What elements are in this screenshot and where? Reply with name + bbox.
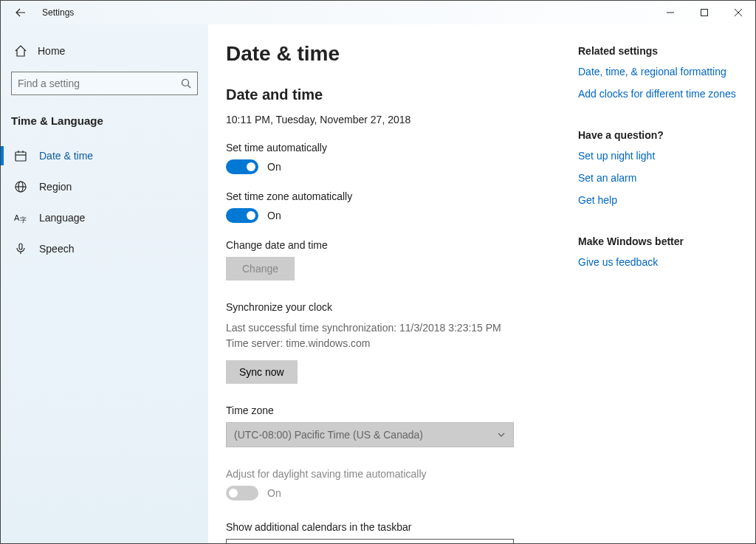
nav-label: Date & time [39,150,93,162]
page-title: Date & time [226,42,563,66]
link-get-help[interactable]: Get help [578,194,740,206]
window-controls [653,1,755,24]
question-heading: Have a question? [578,129,740,141]
main-content: Date & time Date and time 10:11 PM, Tues… [208,24,755,543]
link-feedback[interactable]: Give us feedback [578,256,740,268]
toggle-status: On [267,161,281,173]
label-set-time-auto: Set time automatically [226,142,563,154]
toggle-row-set-time-auto: On [226,159,563,174]
link-regional-formatting[interactable]: Date, time, & regional formatting [578,66,740,78]
toggle-row-set-tz-auto: On [226,208,563,223]
label-dst: Adjust for daylight saving time automati… [226,468,563,480]
home-nav[interactable]: Home [1,36,208,66]
current-datetime: 10:11 PM, Tuesday, November 27, 2018 [226,114,563,125]
label-sync: Synchronize your clock [226,301,563,313]
sidebar-item-language[interactable]: A字 Language [1,202,208,233]
minimize-button[interactable] [653,1,687,24]
label-set-tz-auto: Set time zone automatically [226,190,563,202]
change-dt-block: Change date and time Change [226,239,563,280]
tz-block: Time zone (UTC-08:00) Pacific Time (US &… [226,404,563,447]
section-date-time: Date and time [226,86,563,103]
related-settings-section: Related settings Date, time, & regional … [578,45,740,100]
sync-server: Time server: time.windows.com [226,336,563,351]
link-set-alarm[interactable]: Set an alarm [578,172,740,184]
dst-block: Adjust for daylight saving time automati… [226,468,563,500]
search-input[interactable] [18,78,181,89]
category-title: Time & Language [1,106,208,140]
better-heading: Make Windows better [578,235,740,247]
settings-window: Settings Home [0,0,756,544]
toggle-status: On [267,487,281,499]
svg-text:字: 字 [20,216,27,224]
nav-label: Speech [39,243,74,255]
svg-rect-13 [19,244,22,249]
toggle-status: On [267,210,281,221]
toggle-row-dst: On [226,486,563,500]
toggle-set-tz-auto[interactable] [226,208,258,223]
change-button: Change [226,257,295,280]
microphone-icon [14,242,27,255]
toggle-set-time-auto[interactable] [226,159,258,174]
nav-label: Region [39,181,72,193]
search-box[interactable] [11,72,198,95]
svg-rect-1 [701,10,708,16]
minimize-icon [667,9,674,16]
maximize-button[interactable] [687,1,721,24]
chevron-down-icon [497,430,506,439]
search-icon [181,78,191,89]
link-night-light[interactable]: Set up night light [578,150,740,162]
maximize-icon [701,9,708,16]
globe-icon [14,180,27,193]
close-button[interactable] [721,1,755,24]
home-icon [14,44,27,58]
link-add-clocks[interactable]: Add clocks for different time zones [578,88,740,100]
svg-point-2 [182,80,189,86]
nav-label: Language [39,212,85,224]
svg-line-3 [188,86,191,89]
question-section: Have a question? Set up night light Set … [578,129,740,206]
tz-value: (UTC-08:00) Pacific Time (US & Canada) [234,429,423,441]
label-change-dt: Change date and time [226,239,563,251]
better-section: Make Windows better Give us feedback [578,235,740,268]
sidebar-item-region[interactable]: Region [1,171,208,202]
body: Home Time & Language Date & time [1,24,755,543]
addcal-dropdown[interactable]: Don't show additional calendars [226,539,514,543]
search-wrap [1,66,208,106]
close-icon [735,9,742,16]
svg-text:A: A [14,213,20,222]
toggle-dst [226,486,258,500]
sync-now-button[interactable]: Sync now [226,360,298,384]
sidebar-item-date-time[interactable]: Date & time [1,140,208,171]
svg-rect-4 [16,152,26,161]
language-icon: A字 [14,211,27,224]
sidebar: Home Time & Language Date & time [1,24,208,543]
titlebar: Settings [1,1,755,24]
content-column: Date & time Date and time 10:11 PM, Tues… [226,42,563,528]
back-button[interactable] [14,6,27,19]
related-heading: Related settings [578,45,740,57]
addcal-block: Show additional calendars in the taskbar… [226,521,563,543]
right-column: Related settings Date, time, & regional … [578,42,740,528]
home-label: Home [38,45,65,57]
sync-block: Synchronize your clock Last successful t… [226,301,563,384]
label-addcal: Show additional calendars in the taskbar [226,521,563,533]
window-title: Settings [42,7,74,18]
sidebar-item-speech[interactable]: Speech [1,233,208,264]
tz-dropdown: (UTC-08:00) Pacific Time (US & Canada) [226,422,514,447]
sync-last: Last successful time synchronization: 11… [226,320,563,336]
label-tz: Time zone [226,404,563,416]
clock-icon [14,149,27,162]
back-arrow-icon [16,7,26,18]
